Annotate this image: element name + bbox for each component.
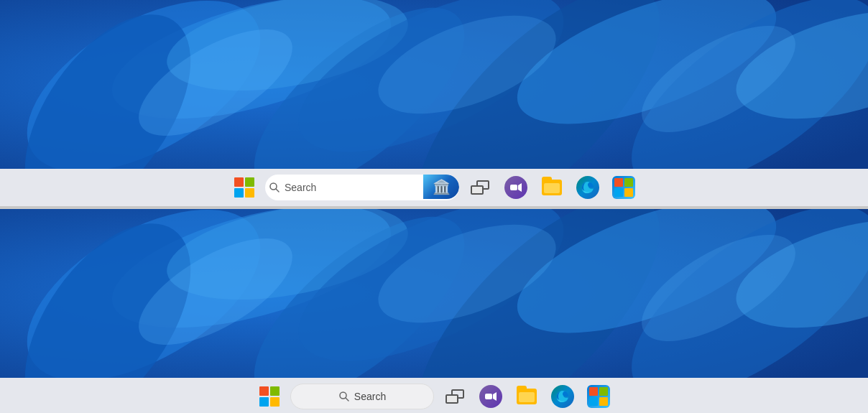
edge-svg-bottom [555,389,571,404]
win-sq-green-b [270,386,280,396]
store-grid-top [614,178,633,197]
store-sq-4 [624,188,633,197]
folder-inner-bottom [519,392,535,402]
store-sq-3 [614,188,623,197]
files-button-top[interactable] [537,175,567,200]
folder-shape-bottom [517,389,537,404]
search-bar-bottom[interactable]: Search [290,384,434,409]
folder-shape-top [542,180,562,195]
files-button-bottom[interactable] [512,384,542,409]
start-button-top[interactable] [229,173,259,202]
svg-marker-17 [518,183,522,192]
zoom-icon-top [504,176,527,199]
svg-line-33 [346,398,348,401]
edge-button-bottom[interactable] [548,382,578,411]
folder-icon-bottom [515,386,538,407]
zoom-icon-bottom [479,385,502,408]
store-sq-1 [614,178,623,187]
task-switcher-shape-bottom [445,389,464,404]
bottom-screen-section: Search [0,209,868,413]
task-view-icon-top [468,176,491,199]
store-sq-1b [589,387,598,396]
win-sq-green [245,177,254,187]
zoom-icon-svg [509,180,523,195]
task-view-icon-bottom [443,385,466,408]
ts-front-rect-b [445,394,458,404]
task-switcher-top[interactable] [465,173,495,202]
top-screen-section: Search 🏛️ [0,0,868,206]
zoom-button-bottom[interactable] [476,382,506,411]
desktop-wallpaper-bottom [0,209,868,378]
search-bar-top[interactable]: Search 🏛️ [265,175,459,200]
zoom-icon-svg-bottom [484,389,498,404]
store-sq-2 [624,178,633,187]
search-icon-top [269,182,280,193]
taskbar-top: Search 🏛️ [0,169,868,206]
win-sq-blue [234,188,244,198]
taskbar-bottom: Search [0,378,868,413]
win-sq-red [234,177,244,187]
store-sq-4b [599,397,608,406]
task-switcher-shape [471,180,489,195]
search-icon-bottom [338,391,350,402]
svg-rect-34 [485,394,492,399]
win-sq-blue-b [259,397,269,407]
svg-rect-16 [510,185,517,190]
task-switcher-bottom[interactable] [440,382,470,411]
store-icon-top [612,176,635,199]
desktop-wallpaper-top [0,0,868,169]
store-sq-2b [599,387,608,396]
zoom-button-top[interactable] [501,173,531,202]
win-sq-yellow [245,188,254,198]
start-button-bottom[interactable] [254,382,285,411]
svg-marker-35 [493,392,497,401]
store-grid-bottom [589,387,608,406]
windows-logo-top [233,176,256,199]
win-sq-yellow-b [270,397,280,407]
search-label-bottom: Search [354,391,386,402]
store-sq-3b [589,397,598,406]
windows-logo-bottom [258,385,281,408]
edge-icon-top [576,176,599,199]
folder-inner-top [544,183,560,193]
folder-icon-top [540,177,563,198]
store-button-top[interactable] [609,173,639,202]
search-illustration-top: 🏛️ [423,175,459,199]
lighthouse-icon: 🏛️ [433,180,451,194]
svg-line-15 [276,189,279,192]
edge-button-top[interactable] [573,173,603,202]
store-button-bottom[interactable] [583,382,614,411]
edge-icon-bottom [551,385,574,408]
edge-svg-top [580,180,596,195]
win-sq-red-b [259,386,269,396]
ts-front-rect [471,185,484,195]
store-icon-bottom [587,385,610,408]
